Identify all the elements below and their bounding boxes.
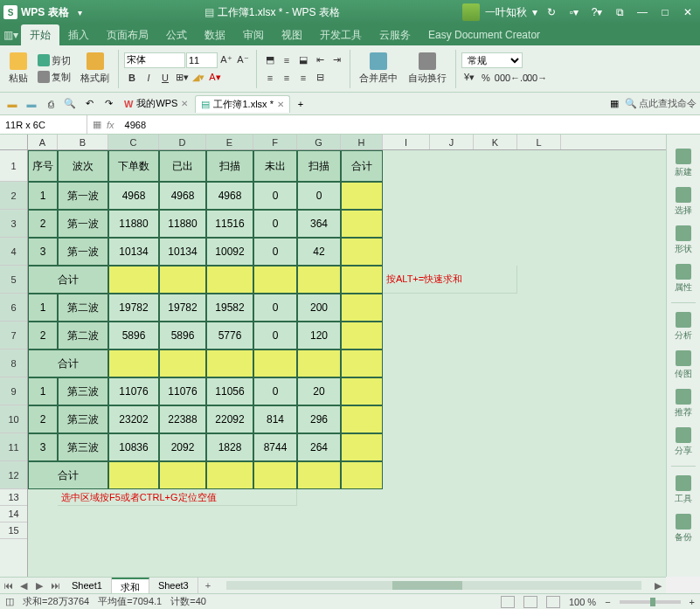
font-increase-button[interactable]: A⁺ [218, 52, 234, 68]
indent-inc-button[interactable]: ⇥ [329, 52, 344, 68]
cell-H11[interactable] [341, 433, 383, 461]
cell-A1[interactable]: 序号 [28, 150, 58, 182]
cell-D4[interactable]: 10134 [159, 238, 206, 266]
help-icon[interactable]: ?▾ [588, 3, 606, 21]
cell-C12[interactable] [108, 461, 159, 489]
horizontal-scrollbar[interactable] [226, 581, 641, 590]
row-header-1[interactable]: 1 [0, 150, 27, 182]
bold-button[interactable]: B [124, 70, 140, 86]
border-button[interactable]: ⊞▾ [174, 70, 190, 86]
wrap-text-button[interactable]: 自动换行 [405, 51, 450, 87]
align-bottom-button[interactable]: ⬓ [295, 52, 311, 68]
col-header-G[interactable]: G [297, 135, 341, 149]
sheet-nav-next[interactable]: ▶ [31, 580, 47, 592]
cut-button[interactable]: 剪切 [35, 53, 73, 68]
font-name-select[interactable] [124, 52, 185, 68]
cell-F5[interactable] [253, 266, 297, 294]
cell-D9[interactable]: 11076 [159, 377, 206, 405]
zoom-in-button[interactable]: + [690, 597, 695, 607]
col-header-F[interactable]: F [253, 135, 297, 149]
copy-button[interactable]: 复制 [35, 70, 73, 85]
cell-F12[interactable] [253, 461, 297, 489]
close-button[interactable]: ✕ [679, 3, 697, 21]
cell-A7[interactable]: 2 [28, 322, 58, 349]
sheet-nav-prev[interactable]: ◀ [16, 580, 31, 592]
cell-D6[interactable]: 19782 [159, 294, 206, 322]
redo-button[interactable]: ↷ [100, 95, 117, 113]
cell-G8[interactable] [297, 349, 341, 377]
cell-H2[interactable] [341, 182, 383, 210]
cell-B13[interactable]: 选中区域按F5或者CTRL+G定位空值 [58, 489, 297, 506]
row-header-10[interactable]: 10 [0, 405, 27, 433]
split-icon[interactable]: ◫ [5, 596, 14, 607]
cell-F1[interactable]: 未出 [253, 150, 297, 182]
user-avatar[interactable] [462, 3, 480, 21]
cell-B2[interactable]: 第一波 [58, 182, 108, 210]
cell-C3[interactable]: 11880 [108, 210, 159, 238]
col-header-E[interactable]: E [206, 135, 253, 149]
merge-split-button[interactable]: ⊟ [312, 70, 328, 86]
merge-center-button[interactable]: 合并居中 [356, 51, 401, 87]
cell-E6[interactable]: 19582 [206, 294, 253, 322]
row-header-3[interactable]: 3 [0, 210, 27, 238]
cell-A4[interactable]: 3 [28, 238, 58, 266]
cell-B9[interactable]: 第三波 [58, 377, 108, 405]
tab-cloud[interactable]: 云服务 [371, 24, 419, 45]
cell-E8[interactable] [206, 349, 253, 377]
cell-F8[interactable] [253, 349, 297, 377]
fill-color-button[interactable]: ◢▾ [191, 70, 206, 86]
fx-options-icon[interactable]: ▦ [93, 119, 101, 130]
col-header-B[interactable]: B [58, 135, 108, 149]
zoom-out-button[interactable]: − [605, 597, 610, 607]
cell-C6[interactable]: 19782 [108, 294, 159, 322]
cell-E9[interactable]: 11056 [206, 377, 253, 405]
cell-B4[interactable]: 第一波 [58, 238, 108, 266]
cell-B3[interactable]: 第一波 [58, 210, 108, 238]
paste-button[interactable]: 粘贴 [5, 51, 31, 87]
tab-start[interactable]: 开始 [21, 24, 59, 45]
cell-A12[interactable]: 合计 [28, 461, 108, 489]
cell-F3[interactable]: 0 [253, 210, 297, 238]
pin-icon[interactable]: ⧉ [611, 3, 628, 21]
align-center-button[interactable]: ≡ [279, 70, 295, 86]
row-header-13[interactable]: 13 [0, 489, 27, 506]
align-right-button[interactable]: ≡ [295, 70, 311, 86]
cell-A11[interactable]: 3 [28, 433, 58, 461]
cell-E11[interactable]: 1828 [206, 433, 253, 461]
cell-F9[interactable]: 0 [253, 377, 297, 405]
user-dropdown-icon[interactable]: ▾ [532, 6, 537, 18]
cell-D10[interactable]: 22388 [159, 405, 206, 433]
cell-H3[interactable] [341, 210, 383, 238]
side-btn-1[interactable]: 选择 [675, 187, 692, 217]
font-color-button[interactable]: A▾ [207, 70, 223, 86]
cell-C10[interactable]: 23202 [108, 405, 159, 433]
cell-A2[interactable]: 1 [28, 182, 58, 210]
percent-button[interactable]: % [478, 70, 494, 86]
row-header-2[interactable]: 2 [0, 182, 27, 210]
align-top-button[interactable]: ⬒ [262, 52, 278, 68]
cell-A5[interactable]: 合计 [28, 266, 108, 294]
cell-H10[interactable] [341, 405, 383, 433]
row-header-12[interactable]: 12 [0, 461, 27, 489]
cell-G3[interactable]: 364 [297, 210, 341, 238]
cell-E4[interactable]: 10092 [206, 238, 253, 266]
cell-E5[interactable] [206, 266, 253, 294]
row-header-5[interactable]: 5 [0, 266, 27, 294]
cell-C8[interactable] [108, 349, 159, 377]
cell-G9[interactable]: 20 [297, 377, 341, 405]
tab-edc[interactable]: Easy Document Creator [419, 24, 549, 45]
cell-grid[interactable]: 序号波次下单数已出扫描未出扫描合计1第一波496849684968002第一波1… [28, 150, 666, 577]
cell-D8[interactable] [159, 349, 206, 377]
cell-F11[interactable]: 8744 [253, 433, 297, 461]
cell-H6[interactable] [341, 294, 383, 322]
zoom-slider[interactable] [620, 600, 681, 604]
comma-button[interactable]: 000 [495, 70, 510, 86]
cell-B10[interactable]: 第三波 [58, 405, 108, 433]
italic-button[interactable]: I [141, 70, 156, 86]
underline-button[interactable]: U [157, 70, 173, 86]
open-button[interactable]: ▬ [3, 95, 21, 113]
appstore-icon[interactable]: ▦ [606, 95, 623, 113]
cell-C11[interactable]: 10836 [108, 433, 159, 461]
scroll-right-button[interactable]: ▶ [650, 580, 666, 592]
cell-G6[interactable]: 200 [297, 294, 341, 322]
